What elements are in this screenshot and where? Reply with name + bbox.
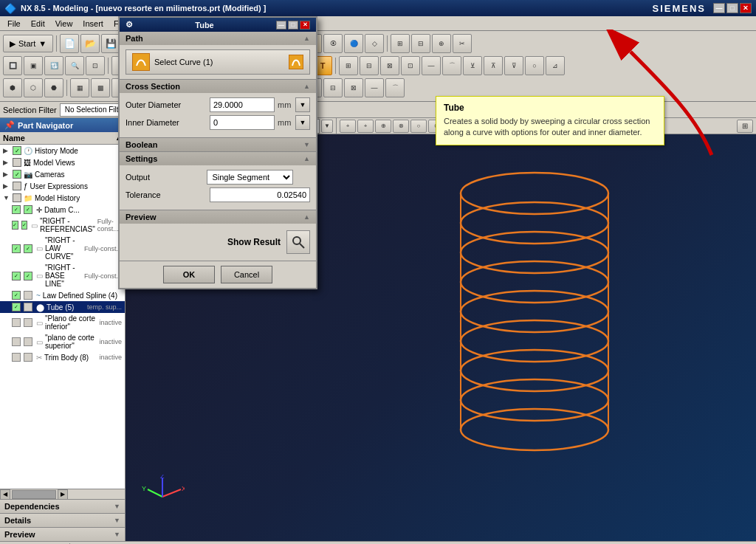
tb-blend[interactable]: 🔵 [344,34,363,53]
show-result-button[interactable] [286,230,310,254]
vp-snap-pt-2[interactable]: + [357,120,374,133]
tree-item-tube[interactable]: ✓ ⬤ Tube (5) temp. sup... [0,301,125,313]
tb-extra-6[interactable]: ⌒ [442,56,461,75]
tree-item-trim[interactable]: ✂ Trim Body (8) inactive [0,351,125,363]
maximize-button[interactable]: □ [726,3,738,13]
tb-row3-5[interactable]: ▩ [91,78,110,97]
preview-dialog-header[interactable]: Preview ▲ [120,210,316,224]
select-curve-button[interactable]: Select Curve (1) [126,49,310,75]
tb-extra-7[interactable]: ⊻ [463,56,482,75]
vp-snap-pt-3[interactable]: ⊕ [375,120,391,133]
base-line-label: "RIGHT - BASE LINE" [45,264,82,288]
tree-item-model-history[interactable]: ▼ 📁 Model History [0,192,125,204]
tree-item-history-mode[interactable]: ▶ ✓ 🕐 History Mode [0,145,125,156]
cancel-button[interactable]: Cancel [221,266,272,283]
start-button[interactable]: ▶ Start ▼ [3,35,53,52]
tb-row3-18[interactable]: — [365,78,384,97]
minimize-button[interactable]: — [713,3,725,13]
dependencies-section[interactable]: Dependencies ▼ [0,499,125,513]
tb-trim[interactable]: ✂ [453,34,472,53]
tb-extra-5[interactable]: — [422,56,441,75]
tree-item-base-line[interactable]: ✓ ✓ ▭ "RIGHT - BASE LINE" Fully-const... [0,262,125,289]
plane-ref-icon: ▭ [31,221,38,230]
tb-row3-4[interactable]: ▦ [70,78,89,97]
tb-fit[interactable]: ⊡ [86,56,105,75]
path-label: Path [126,34,143,43]
cross-section-header[interactable]: Cross Section ▲ [120,80,316,93]
path-section-header[interactable]: Path ▲ [120,32,316,45]
tb-rotate[interactable]: 🔃 [44,56,63,75]
boolean-header[interactable]: Boolean ▼ [120,138,316,151]
tree-item-cameras[interactable]: ▶ ✓ 📷 Cameras [0,168,125,180]
menu-insert[interactable]: Insert [78,18,108,30]
tb-extra-10[interactable]: ○ [525,56,544,75]
settings-label: Settings [126,154,157,163]
tb-view-1[interactable]: 🔲 [3,56,22,75]
dialog-close-btn[interactable]: ✕ [300,21,310,30]
tb-extra-3[interactable]: ⊠ [380,56,399,75]
tree-item-law-curve[interactable]: ✓ ✓ ▭ "RIGHT - LAW CURVE" Fully-const... [0,235,125,262]
inner-diameter-dropdown[interactable]: ▼ [295,115,310,130]
spline-label: Law Defined Spline (4) [43,292,122,300]
tree-item-plano-inf[interactable]: ▭ "Plano de corte inferior" inactive [0,313,125,332]
vp-expand[interactable]: ⊞ [737,120,753,133]
tb-zoom[interactable]: 🔍 [65,56,84,75]
outer-diameter-dropdown[interactable]: ▼ [295,97,310,112]
tb-more-2[interactable]: ⊟ [411,34,430,53]
dependencies-arrow: ▼ [114,503,120,510]
tb-more-3[interactable]: ⊕ [432,34,451,53]
inner-diameter-input[interactable] [210,115,275,130]
tb-row3-16[interactable]: ⊟ [323,78,343,97]
start-label: Start [18,39,35,48]
outer-diameter-input[interactable] [210,97,275,112]
tree-item-user-expr[interactable]: ▶ ƒ User Expressions [0,180,125,192]
tree-item-ref[interactable]: ✓ ✓ ▭ "RIGHT - REFERENCIAS" Fully-const.… [0,216,125,235]
menu-file[interactable]: File [3,18,25,30]
nav-scroll-thumb[interactable] [12,490,56,499]
tree-item-spline[interactable]: ✓ ~ Law Defined Spline (4) [0,289,125,301]
tb-extra-9[interactable]: ⊽ [504,56,523,75]
output-dropdown[interactable]: Single Segment [207,170,292,185]
tb-view-2[interactable]: ▣ [24,56,43,75]
tb-more-1[interactable]: ⊞ [391,34,410,53]
menu-view[interactable]: View [51,18,78,30]
ok-button[interactable]: OK [163,266,215,283]
tb-hole[interactable]: ⦿ [323,34,343,53]
tb-row3-2[interactable]: ⬡ [24,78,43,97]
tb-extra-2[interactable]: ⊟ [360,56,379,75]
toolbar-sep-5 [387,35,388,52]
tb-extra-1[interactable]: ⊞ [339,56,358,75]
close-button[interactable]: ✕ [740,3,752,13]
vp-snap-pt-5[interactable]: ○ [410,120,427,133]
dialog-minimize-btn[interactable]: — [276,21,286,30]
tb-row3-19[interactable]: ⌒ [385,78,405,97]
tree-item-model-views[interactable]: ▶ 🖼 Model Views [0,156,125,168]
tb-extra-11[interactable]: ⊿ [546,56,565,75]
tree-item-plano-sup[interactable]: ▭ "plano de corte superior" inactive [0,332,125,351]
menu-edit[interactable]: Edit [27,18,49,30]
vp-dropdown-arrow[interactable]: ▼ [321,120,333,133]
tb-row3-17[interactable]: ⊠ [344,78,363,97]
vp-sep-3 [336,118,337,134]
vp-snap-pt-4[interactable]: ⊗ [393,120,409,133]
details-section[interactable]: Details ▼ [0,513,125,527]
tb-new[interactable]: 📄 [60,34,79,53]
tb-chamfer[interactable]: ◇ [365,34,384,53]
tb-open[interactable]: 📂 [80,34,100,53]
nav-scroll-right[interactable]: ▶ [58,489,68,500]
tb-row3-3[interactable]: ⬣ [44,78,63,97]
tolerance-input[interactable] [210,187,310,202]
preview-section[interactable]: Preview ▼ [0,527,125,541]
clock-icon: 🕐 [24,147,32,155]
settings-header[interactable]: Settings ▲ [120,152,316,165]
nav-scroll-left[interactable]: ◀ [0,489,10,500]
dialog-expand-btn[interactable]: □ [288,21,298,30]
settings-content: Output Single Segment Tolerance [120,165,316,210]
svg-line-12 [148,489,162,497]
tree-item-datum[interactable]: ✓ ✓ ✛ Datum C... [0,204,125,216]
tb-extra-8[interactable]: ⊼ [484,56,503,75]
tb-extra-4[interactable]: ⊡ [401,56,420,75]
tb-row3-1[interactable]: ⬢ [3,78,22,97]
toolbar-sep-6 [108,58,109,74]
vp-snap-pt-1[interactable]: + [340,120,356,133]
